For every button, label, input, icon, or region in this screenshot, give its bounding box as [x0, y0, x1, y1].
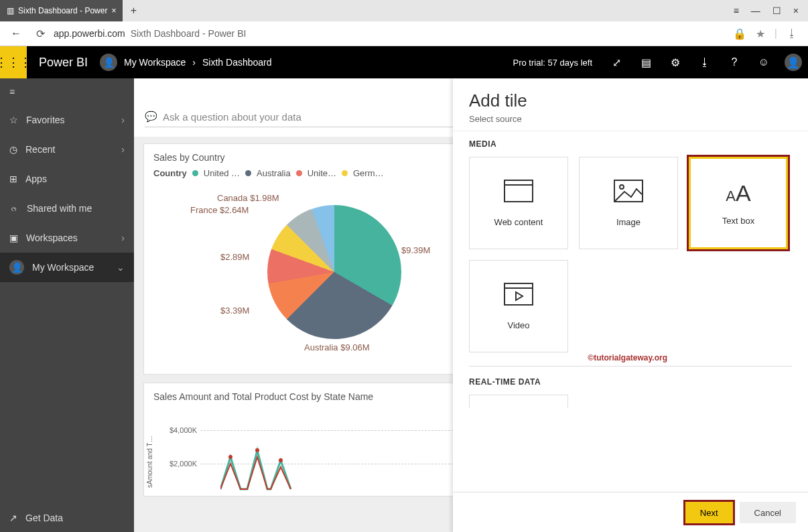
- watermark: ©tutorialgateway.org: [588, 353, 667, 362]
- address-bar: ← ⟳ app.powerbi.com Sixth Dashboard - Po…: [0, 21, 808, 46]
- panel-header: Add tile Select source: [453, 78, 808, 131]
- main-content: ＋Add tile 📈Usage metrics ⇆View relat 💬 A…: [134, 78, 808, 532]
- cancel-button[interactable]: Cancel: [740, 502, 796, 523]
- next-button[interactable]: Next: [685, 502, 733, 523]
- tile-option-realtime[interactable]: [469, 395, 568, 408]
- line-peaks: [220, 437, 301, 490]
- tab-bar: ▥ Sixth Dashboard - Power × + ≡ — ☐ ×: [0, 0, 808, 21]
- legend-dot: [342, 170, 348, 176]
- pie-graphic: [267, 205, 401, 339]
- panel-footer: Next Cancel: [453, 492, 808, 532]
- tile-label: Web content: [494, 217, 543, 227]
- sidebar-item-label: Favorites: [26, 115, 65, 125]
- svg-point-5: [620, 185, 624, 189]
- brand: Power BI: [27, 56, 100, 70]
- section-media-label: MEDIA: [469, 139, 792, 149]
- refresh-button[interactable]: ⟳: [33, 27, 47, 40]
- legend-label: Country: [153, 168, 187, 178]
- avatar-icon: 👤: [100, 54, 117, 71]
- svg-marker-7: [516, 292, 523, 300]
- text-icon: AA: [726, 180, 750, 206]
- maximize-icon[interactable]: ☐: [772, 5, 781, 16]
- add-tile-panel: Add tile Select source MEDIA Web content: [453, 78, 808, 532]
- clock-icon: ◷: [9, 144, 17, 155]
- back-button[interactable]: ←: [5, 27, 27, 40]
- menu-icon[interactable]: ≡: [734, 5, 739, 16]
- close-window-icon[interactable]: ×: [793, 5, 799, 16]
- divider: [469, 366, 792, 367]
- app-launcher-icon[interactable]: ⋮⋮⋮: [0, 46, 27, 78]
- tile-option-web-content[interactable]: Web content: [469, 157, 568, 249]
- pie-label: $9.39M: [401, 245, 430, 255]
- breadcrumb-workspace[interactable]: My Workspace: [124, 57, 186, 68]
- tile-option-video[interactable]: Video: [469, 260, 568, 352]
- chevron-right-icon: ›: [121, 144, 125, 155]
- sidebar-item-label: Shared with me: [27, 203, 92, 214]
- breadcrumb-dashboard[interactable]: Sixth Dashboard: [202, 57, 272, 68]
- sidebar-toggle[interactable]: ≡: [0, 78, 134, 105]
- sidebar-item-favorites[interactable]: ☆ Favorites ›: [0, 105, 134, 135]
- tile-option-text-box[interactable]: AA Text box: [689, 157, 788, 249]
- pie-label: $2.89M: [220, 252, 249, 262]
- sidebar-item-label: My Workspace: [32, 262, 94, 273]
- browser-tab[interactable]: ▥ Sixth Dashboard - Power ×: [0, 0, 123, 21]
- get-data-icon: ↗: [9, 513, 17, 523]
- new-tab-button[interactable]: +: [123, 0, 144, 21]
- top-nav: ⋮⋮⋮ Power BI 👤 My Workspace › Sixth Dash…: [0, 46, 808, 78]
- sidebar-get-data[interactable]: ↗ Get Data: [0, 503, 134, 532]
- apps-icon: ⊞: [9, 174, 17, 184]
- tab-title: Sixth Dashboard - Power: [18, 6, 107, 15]
- svg-rect-3: [504, 180, 533, 202]
- download-icon[interactable]: ⭳: [787, 27, 797, 40]
- favorite-icon[interactable]: ★: [756, 27, 765, 40]
- sidebar-item-recent[interactable]: ◷ Recent ›: [0, 135, 134, 164]
- pie-label: France $2.64M: [190, 205, 249, 215]
- url-host: app.powerbi.com: [54, 28, 125, 39]
- chevron-down-icon: ⌄: [117, 262, 125, 273]
- sidebar: ≡ ☆ Favorites › ◷ Recent › ⊞ Apps ᰔ Shar…: [0, 78, 134, 532]
- svg-point-1: [255, 448, 259, 452]
- video-icon: [504, 283, 533, 311]
- close-tab-icon[interactable]: ×: [111, 6, 116, 15]
- fullscreen-icon[interactable]: ⤢: [602, 46, 631, 78]
- window-controls: ≡ — ☐ ×: [724, 0, 808, 21]
- download-icon[interactable]: ⭳: [690, 46, 720, 78]
- chevron-right-icon: ›: [121, 232, 125, 243]
- minimize-icon[interactable]: —: [751, 5, 760, 16]
- feedback-icon[interactable]: ☺: [749, 46, 779, 78]
- media-tile-grid: Web content Image AA Text box: [469, 157, 792, 352]
- share-icon: ᰔ: [9, 203, 19, 214]
- panel-subtitle: Select source: [469, 114, 792, 124]
- sidebar-item-label: Workspaces: [26, 232, 78, 243]
- legend-dot: [296, 170, 302, 176]
- svg-point-0: [228, 455, 232, 459]
- url-page-title: Sixth Dashboard - Power BI: [131, 28, 247, 39]
- sidebar-item-label: Recent: [25, 144, 55, 155]
- lock-icon[interactable]: 🔒: [733, 27, 746, 40]
- tile-option-image[interactable]: Image: [579, 157, 678, 249]
- realtime-tile-grid: [469, 395, 792, 408]
- url-field[interactable]: app.powerbi.com Sixth Dashboard - Power …: [54, 28, 726, 39]
- user-avatar[interactable]: 👤: [779, 46, 808, 78]
- breadcrumb: 👤 My Workspace › Sixth Dashboard: [100, 54, 272, 71]
- app-shell: ≡ ☆ Favorites › ◷ Recent › ⊞ Apps ᰔ Shar…: [0, 78, 808, 532]
- star-icon: ☆: [9, 115, 18, 125]
- sidebar-item-apps[interactable]: ⊞ Apps: [0, 164, 134, 194]
- svg-point-2: [279, 458, 283, 462]
- settings-icon[interactable]: ⚙: [661, 46, 690, 78]
- qna-placeholder: Ask a question about your data: [163, 111, 301, 123]
- section-realtime-label: REAL-TIME DATA: [469, 377, 792, 387]
- sidebar-item-label: Apps: [25, 174, 47, 184]
- sidebar-item-shared[interactable]: ᰔ Shared with me: [0, 194, 134, 223]
- workspaces-icon: ▣: [9, 232, 18, 243]
- trial-status: Pro trial: 57 days left: [504, 58, 602, 68]
- y-axis-label: sAmount and T…: [146, 436, 153, 488]
- browser-chrome: ▥ Sixth Dashboard - Power × + ≡ — ☐ × ← …: [0, 0, 808, 46]
- sidebar-item-my-workspace[interactable]: 👤 My Workspace ⌄: [0, 253, 134, 282]
- help-icon[interactable]: ?: [720, 46, 749, 78]
- y-tick: $2,000K: [170, 460, 197, 468]
- sidebar-item-workspaces[interactable]: ▣ Workspaces ›: [0, 223, 134, 253]
- chat-icon: 💬: [145, 111, 157, 123]
- comments-icon[interactable]: ▤: [631, 46, 661, 78]
- avatar-icon: 👤: [9, 260, 24, 275]
